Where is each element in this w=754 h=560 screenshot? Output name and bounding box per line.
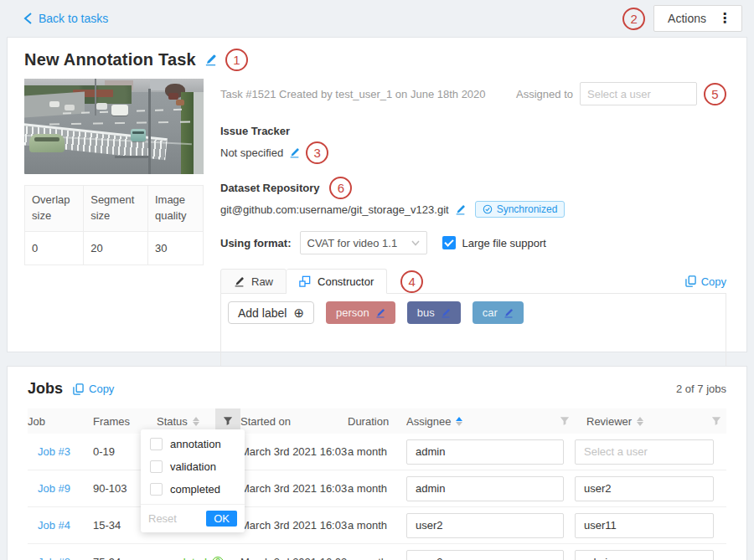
actions-button[interactable]: Actions ⋮ (653, 5, 742, 32)
assignee-filter-icon[interactable] (560, 416, 570, 426)
label-chip-bus-name: bus (417, 306, 435, 319)
job-link[interactable]: Job #9 (28, 482, 93, 495)
large-file-support-checkbox[interactable]: Large file support (442, 236, 546, 249)
chevron-left-icon (23, 13, 33, 24)
edit-label-car-icon (504, 308, 514, 318)
add-label-button[interactable]: Add label (228, 301, 314, 324)
checkbox-unchecked-icon[interactable] (150, 438, 163, 450)
job-link[interactable]: Job #8 (28, 556, 93, 560)
task-parameters-table: Overlap size Segment size Image quality … (24, 185, 204, 265)
jobs-title: Jobs (28, 380, 63, 398)
edit-issue-tracker-icon[interactable] (289, 147, 300, 158)
labels-copy-button[interactable]: Copy (685, 275, 726, 288)
job-assignee-select[interactable] (406, 513, 564, 538)
param-header-overlap: Overlap size (25, 186, 84, 232)
column-header-reviewer[interactable]: Reviewer (575, 408, 726, 434)
status-sort-icon[interactable] (193, 417, 199, 426)
tab-constructor-label: Constructor (318, 275, 374, 288)
param-value-overlap: 0 (25, 231, 84, 265)
plus-circle-icon (293, 306, 304, 321)
copy-icon (73, 383, 84, 395)
job-reviewer-select[interactable] (575, 439, 714, 465)
job-row-9: Job #9 90-103 March 3rd 2021 16:03 a mon… (28, 470, 726, 507)
column-header-duration: Duration (348, 408, 406, 434)
job-row-3: Job #3 0-19 March 3rd 2021 16:03 a month (28, 434, 726, 470)
label-chip-car-name: car (483, 306, 498, 319)
tab-raw[interactable]: Raw (220, 269, 287, 294)
task-preview-image (24, 79, 204, 174)
jobs-copy-label: Copy (89, 383, 114, 395)
copy-label: Copy (701, 275, 726, 288)
repository-url: git@github.com:username/git_storage_v123… (220, 203, 449, 216)
job-assignee-select[interactable] (406, 550, 564, 560)
export-format-value: CVAT for video 1.1 (307, 237, 398, 249)
job-duration: a month (348, 556, 406, 560)
task-meta: Task #1521 Created by test_user_1 on Jun… (220, 88, 486, 100)
job-frames: 75-94 (93, 556, 157, 560)
callout-1: 1 (225, 49, 248, 71)
column-header-assignee[interactable]: Assignee (406, 408, 575, 434)
chevron-down-icon (411, 240, 420, 246)
more-vertical-icon: ⋮ (718, 12, 731, 25)
job-started: March 3rd 2021 16:03 (240, 445, 348, 458)
jobs-copy-button[interactable]: Copy (73, 383, 114, 395)
checkbox-checked-icon (442, 236, 456, 249)
using-format-label: Using format: (220, 237, 292, 249)
job-row-4: Job #4 15-34 March 3rd 2021 16:03 a mont… (28, 507, 726, 544)
job-started: March 3rd 2021 16:03 (240, 482, 348, 495)
check-circle-icon (483, 204, 493, 214)
label-chip-car[interactable]: car (473, 301, 524, 324)
topbar: Back to tasks 2 Actions ⋮ (0, 0, 754, 37)
label-chip-bus[interactable]: bus (407, 301, 461, 324)
filter-funnel-icon (223, 416, 233, 426)
back-to-tasks-label: Back to tasks (39, 12, 108, 25)
callout-6: 6 (329, 177, 352, 199)
issue-tracker-label: Issue Tracker (220, 125, 726, 137)
callout-5: 5 (704, 83, 726, 105)
job-reviewer-select[interactable] (575, 550, 714, 560)
edit-label-person-icon (375, 308, 385, 318)
checkbox-unchecked-icon[interactable] (150, 460, 163, 473)
job-started: March 3rd 2021 16:03 (240, 556, 348, 560)
block-icon (299, 275, 311, 287)
filter-reset-button[interactable]: Reset (148, 512, 177, 525)
param-header-segment: Segment size (84, 186, 148, 232)
assignee-sort-icon[interactable] (456, 417, 462, 426)
question-circle-icon[interactable] (212, 557, 224, 560)
reviewer-sort-icon[interactable] (637, 417, 643, 426)
large-file-support-label: Large file support (462, 237, 546, 249)
edit-repository-icon[interactable] (455, 204, 466, 215)
job-row-8: Job #8 75-94 completed March 3rd 2021 16… (28, 544, 726, 560)
filter-option-validation[interactable]: validation (141, 455, 245, 478)
filter-ok-button[interactable]: OK (206, 511, 237, 527)
back-to-tasks-link[interactable]: Back to tasks (23, 12, 108, 25)
edit-label-bus-icon (441, 308, 451, 318)
export-format-select[interactable]: CVAT for video 1.1 (300, 231, 427, 254)
sync-status-text: Synchronized (497, 203, 558, 215)
checkbox-unchecked-icon[interactable] (150, 483, 163, 496)
label-chip-person-name: person (336, 306, 369, 319)
raw-tab-icon (234, 276, 245, 287)
column-header-job: Job (28, 408, 93, 434)
job-link[interactable]: Job #3 (28, 445, 93, 458)
job-assignee-select[interactable] (406, 476, 564, 501)
label-chip-person[interactable]: person (326, 301, 395, 324)
jobs-count: 2 of 7 jobs (676, 383, 726, 395)
filter-option-annotation[interactable]: annotation (141, 433, 245, 455)
job-assignee-select[interactable] (406, 439, 564, 465)
param-header-quality: Image quality (147, 186, 203, 232)
tab-constructor[interactable]: Constructor (287, 269, 387, 294)
job-reviewer-select[interactable] (575, 476, 714, 501)
param-value-segment: 20 (84, 231, 148, 265)
jobs-table-header: Job Frames Status Started on Duration As… (28, 408, 726, 434)
job-link[interactable]: Job #4 (28, 519, 93, 532)
column-header-started: Started on (240, 408, 348, 434)
sync-status-badge[interactable]: Synchronized (475, 201, 566, 218)
reviewer-filter-icon[interactable] (711, 416, 721, 426)
job-duration: a month (348, 445, 406, 458)
task-assignee-select[interactable] (580, 82, 697, 105)
job-reviewer-select[interactable] (575, 513, 714, 538)
filter-option-completed[interactable]: completed (141, 478, 245, 501)
edit-task-name-icon[interactable] (204, 54, 217, 66)
callout-4: 4 (400, 270, 423, 293)
